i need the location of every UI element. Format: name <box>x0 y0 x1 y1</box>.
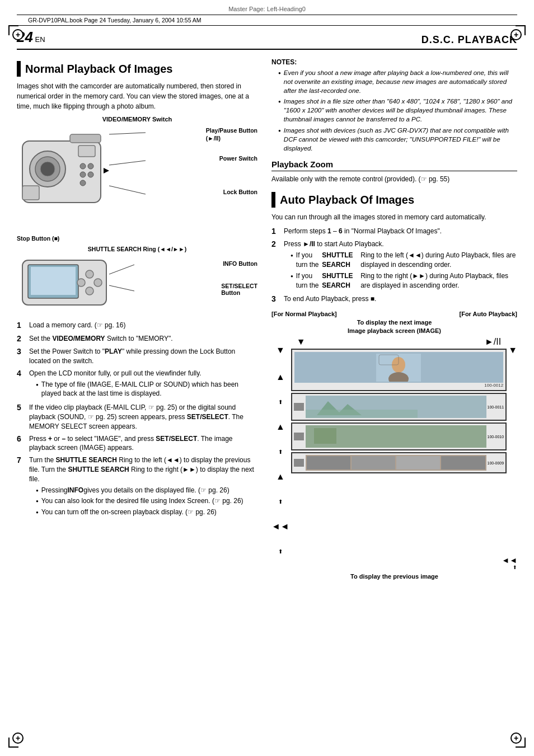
set-select-label: SET/SELECTButton <box>221 283 257 296</box>
svg-rect-33 <box>314 428 336 444</box>
screen-4: 100-0009 <box>291 452 507 473</box>
normal-playback-heading-block: Normal Playback Of Images <box>17 61 257 77</box>
file-info-bar: GR-DVP10PAL.book Page 24 Tuesday, Januar… <box>17 15 517 26</box>
playback-screen-diagram: ▼ ▲ ⬆ ▲ ⬆ ▲ ⬆ ◄◄ ⬆ <box>271 337 517 570</box>
for-labels: [For Normal Playback] [For Auto Playback… <box>271 311 517 317</box>
screen-label: Image playback screen (IMAGE) <box>271 327 517 334</box>
top-arrow-left: ▼ <box>297 337 306 347</box>
stop-button-label: Stop Button (■) <box>17 235 59 242</box>
note-item-2: Images shot in a file size other than "6… <box>278 97 517 124</box>
circle-marker-bl: + <box>12 732 24 744</box>
step-2: 2 Set the VIDEO/MEMORY Switch to "MEMORY… <box>17 334 257 345</box>
bullet-item: If you turn the SHUTTLE SEARCH Ring to t… <box>291 271 517 290</box>
screen-stack: ▼ ►/II <box>291 337 507 475</box>
auto-playback-intro: You can run through all the images store… <box>271 212 517 222</box>
auto-playback-heading: Auto Playback Of Images <box>280 193 414 206</box>
arrow-down-top: ▼ <box>276 345 285 355</box>
camera-svg-top <box>17 130 129 233</box>
to-prev-label: To display the previous image <box>271 573 517 580</box>
svg-point-8 <box>88 163 93 169</box>
screen-timestamp-3: 100-0010 <box>486 435 504 439</box>
arrow-up-3: ▲ <box>276 472 285 482</box>
top-arrow-row: ▼ ►/II <box>291 337 507 347</box>
camera-svg-bottom <box>17 255 129 311</box>
notes-list: Even if you shoot a new image after play… <box>278 68 517 153</box>
file-info-text: GR-DVP10PAL.book Page 24 Tuesday, Januar… <box>28 17 202 24</box>
camera-diagram: VIDEO/MEMORY Switch <box>17 116 257 316</box>
note-item-1: Even if you shoot a new image after play… <box>278 68 517 95</box>
heading-bar <box>17 61 21 77</box>
bullet-item: The type of file (IMAGE, E-MAIL CLIP or … <box>36 380 257 399</box>
arrow-up-small-3: ⬆ <box>278 499 283 505</box>
arrow-up-final: ⬆ <box>271 565 517 570</box>
normal-playback-heading: Normal Playback Of Images <box>25 62 172 76</box>
photo-svg-1 <box>376 354 421 382</box>
corner-bl <box>8 738 18 748</box>
to-next-label: To display the next image <box>271 319 517 326</box>
step-1: 1 Load a memory card. (☞ pg. 16) <box>17 321 257 331</box>
page-title: D.S.C. PLAYBACK <box>421 34 517 46</box>
arrow-up-2: ▲ <box>276 422 285 432</box>
camera-bottom-diagram: INFO Button SET/SELECTButton <box>17 255 257 316</box>
step-4: 4 Open the LCD monitor fully, or pull ou… <box>17 369 257 400</box>
auto-step-3: 3 To end Auto Playback, press ■. <box>271 294 517 305</box>
screen-4-icon <box>294 459 304 467</box>
screen-3-image <box>306 425 486 448</box>
note-item-3: Images shot with devices (such as JVC GR… <box>278 126 517 153</box>
step-7: 7 Turn the SHUTTLE SEARCH Ring to the le… <box>17 456 257 519</box>
screen-3: 100-0010 <box>291 422 507 450</box>
screen-timestamp-4: 100-0009 <box>486 461 504 465</box>
arrow-up-small-4: ⬆ <box>278 548 283 555</box>
svg-rect-18 <box>31 267 76 295</box>
playback-zoom-text: Available only with the remote control (… <box>271 174 517 184</box>
play-pause-label: Play/Pause Button(►/II) <box>206 127 257 142</box>
screen-timestamp-2: 100-0011 <box>486 405 504 409</box>
steps-list: 1 Load a memory card. (☞ pg. 16) 2 Set t… <box>17 321 257 519</box>
for-auto-label: [For Auto Playback] <box>460 311 518 317</box>
page-header: 24 EN D.S.C. PLAYBACK <box>0 26 534 49</box>
intro-text: Images shot with the camcorder are autom… <box>17 81 257 111</box>
photo-svg-3 <box>306 425 486 448</box>
master-header-text: Master Page: Left-Heading0 <box>228 6 306 12</box>
step-5: 5 If the video clip playback (E-MAIL CLI… <box>17 403 257 431</box>
left-arrows: ▼ ▲ ⬆ ▲ ⬆ ▲ ⬆ ◄◄ ⬆ <box>271 337 289 555</box>
arrow-up-small: ⬆ <box>278 399 283 405</box>
auto-step-2: 2 Press ►/II to start Auto Playback. If … <box>271 240 517 292</box>
screen-timestamp-1: 100-0012 <box>294 383 503 388</box>
svg-point-5 <box>80 163 86 169</box>
step-3: 3 Set the Power Switch to "PLAY" while p… <box>17 347 257 366</box>
auto-steps-list: 1 Perform steps 1 – 6 in "Normal Playbac… <box>271 227 517 305</box>
playback-diagram-row: ▼ ▲ ⬆ ▲ ⬆ ▲ ⬆ ◄◄ ⬆ <box>271 337 517 555</box>
svg-point-20 <box>94 279 102 287</box>
bullet-item: If you turn the SHUTTLE SEARCH Ring to t… <box>291 251 517 270</box>
power-switch-label: Power Switch <box>219 155 257 162</box>
right-arrows: ▼ <box>508 337 517 367</box>
bullet-item: You can turn off the on-screen playback … <box>36 508 257 517</box>
page-number-block: 24 EN <box>17 29 45 46</box>
corner-br <box>516 738 526 748</box>
right-bottom-arrow: ◄◄ <box>271 556 517 565</box>
arrow-up-small-2: ⬆ <box>278 449 283 455</box>
screen-2: 100-0011 <box>291 393 507 421</box>
svg-rect-4 <box>78 145 95 157</box>
svg-point-21 <box>86 287 93 295</box>
camera-top-diagram: Play/Pause Button(►/II) Power Switch Loc… <box>17 124 257 245</box>
playback-zoom-heading: Playback Zoom <box>271 159 517 171</box>
svg-rect-11 <box>70 134 101 143</box>
auto-playback-heading-block: Auto Playback Of Images <box>271 192 517 208</box>
auto-step-1: 1 Perform steps 1 – 6 in "Normal Playbac… <box>271 227 517 237</box>
arrow-up-1: ▲ <box>276 372 285 382</box>
video-memory-label: VIDEO/MEMORY Switch <box>17 116 257 123</box>
screen-2-image <box>306 396 486 418</box>
svg-point-6 <box>80 172 86 177</box>
svg-rect-31 <box>306 410 418 418</box>
notes-box: NOTES: Even if you shoot a new image aft… <box>271 58 517 153</box>
svg-point-22 <box>77 279 85 287</box>
arrow-left: ◄◄ <box>271 522 289 532</box>
svg-point-19 <box>86 270 93 278</box>
left-column: Normal Playback Of Images Images shot wi… <box>17 58 257 580</box>
svg-point-7 <box>80 180 86 186</box>
svg-rect-10 <box>22 186 39 200</box>
screen-2-icon <box>294 403 304 411</box>
screen-3-icon <box>294 433 304 440</box>
